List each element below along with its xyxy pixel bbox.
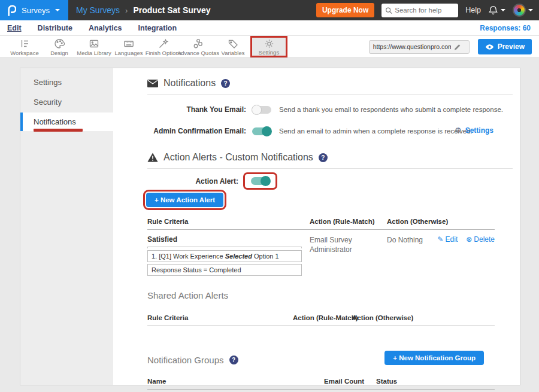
admin-confirmation-toggle[interactable] (252, 127, 271, 135)
criteria-group-title: Satisfied (147, 235, 310, 244)
help-search[interactable] (381, 4, 458, 17)
search-icon (385, 7, 392, 14)
action-rule-match-value: Email Survey Administrator (310, 235, 387, 276)
preview-button[interactable]: Preview (478, 39, 532, 54)
table-header: Rule Criteria Action (Rule-Match) Action… (147, 214, 495, 230)
breadcrumb: My Surveys › Product Sat Survey (76, 5, 211, 15)
table-row: Satisfied 1. [Q1] Work Experience Select… (147, 230, 495, 276)
shared-alerts-table-header: Rule Criteria Action (Rule-Match) Action… (147, 310, 495, 326)
magic-wand-icon (158, 38, 169, 49)
toolbar-item-finish-options[interactable]: Finish Options (146, 36, 181, 57)
notification-groups-title: Notification Groups (147, 355, 224, 365)
help-link[interactable]: Help (465, 6, 481, 14)
envelope-icon (147, 80, 158, 87)
breadcrumb-separator: › (125, 6, 128, 15)
toolbar-item-design[interactable]: Design (42, 36, 77, 57)
admin-confirmation-description: Send an email to admin when a complete r… (279, 127, 473, 135)
toolbar-item-media-library[interactable]: Media Library (77, 36, 111, 57)
criteria-item[interactable]: 1. [Q1] Work Experience Selected Option … (147, 250, 302, 262)
settings-sidebar: Settings Security Notifications (20, 68, 113, 385)
col-rule-criteria: Rule Criteria (147, 314, 293, 321)
notifications-title: Notifications (163, 78, 216, 89)
shared-alerts-title: Shared Action Alerts (147, 290, 513, 300)
criteria-item[interactable]: Response Status = Completed (147, 264, 302, 276)
toggle-knob (252, 105, 262, 115)
toggle-knob (261, 176, 271, 186)
toolbar-item-advance-quotas[interactable]: Advance Quotas (181, 36, 216, 57)
toolbar-item-settings[interactable]: Settings (250, 36, 287, 57)
action-alert-label: Action Alert: (147, 177, 238, 186)
workspace-icon (19, 38, 30, 49)
col-action-otherwise: Action (Otherwise) (387, 218, 442, 225)
groups-table-header: Name Email Count Status (147, 373, 495, 390)
tab-distribute[interactable]: Distribute (38, 24, 72, 32)
settings-card: Settings Security Notifications Notifica… (20, 68, 520, 385)
action-alert-toggle[interactable] (251, 177, 270, 185)
upgrade-now-button[interactable]: Upgrade Now (316, 3, 374, 17)
thank-you-email-row: Thank You Email: Send a thank you email … (147, 103, 513, 116)
admin-confirmation-row: Admin Confirmation Email: Send an email … (147, 124, 513, 138)
topbar-right: Upgrade Now Help (316, 3, 539, 17)
col-action-rule-match: Action (Rule-Match) (310, 218, 387, 225)
product-menu[interactable]: Surveys (0, 0, 68, 20)
tab-edit[interactable]: Edit (7, 24, 22, 32)
survey-url-input[interactable] (373, 43, 451, 50)
notifications-section-header: Notifications (147, 78, 513, 89)
keyboard-icon (123, 38, 134, 49)
new-notification-group-button[interactable]: + New Notification Group (384, 351, 484, 365)
eye-icon (485, 44, 494, 50)
tab-analytics[interactable]: Analytics (89, 24, 122, 32)
col-email-count: Email Count (324, 378, 361, 385)
image-icon (89, 38, 99, 49)
action-alert-row: Action Alert: (147, 172, 513, 190)
help-icon[interactable] (319, 153, 328, 162)
tag-icon (228, 38, 238, 49)
palette-icon (54, 38, 65, 49)
criteria-drop-strip (147, 247, 302, 248)
col-action-rule-match: Action (Rule-Match) (293, 314, 352, 321)
questionpro-logo-icon (6, 4, 16, 17)
delete-alert-link[interactable]: Delete (466, 235, 495, 276)
action-alerts-title: Action Alerts - Custom Notifications (163, 152, 313, 163)
chevron-down-icon (501, 9, 505, 11)
thank-you-email-label: Thank You Email: (147, 105, 246, 114)
sidebar-item-notifications[interactable]: Notifications (20, 113, 113, 131)
help-icon[interactable] (229, 355, 238, 364)
col-name: Name (147, 378, 324, 385)
sidebar-item-settings[interactable]: Settings (20, 73, 113, 92)
sidebar-item-security[interactable]: Security (20, 93, 113, 111)
edit-toolbar: Workspace Design Media Library Languages… (0, 36, 539, 58)
chevron-down-icon (528, 9, 533, 11)
thank-you-email-description: Send a thank you email to respondents wh… (279, 106, 503, 113)
help-icon[interactable] (221, 79, 230, 88)
thank-you-email-toggle[interactable] (252, 106, 271, 114)
avatar (513, 4, 526, 17)
surveys-menu-label: Surveys (22, 6, 50, 15)
survey-url-box (369, 40, 470, 54)
new-action-alert-row: + New Action Alert (143, 190, 513, 210)
notifications-bell-menu[interactable] (488, 5, 505, 16)
admin-email-settings-link[interactable]: ⚙ Settings (455, 126, 493, 135)
toolbar-item-workspace[interactable]: Workspace (7, 36, 42, 57)
bell-icon (488, 5, 498, 16)
gear-icon: ⚙ (455, 126, 462, 135)
edit-alert-link[interactable]: Edit (438, 235, 458, 276)
account-menu[interactable] (513, 4, 533, 17)
breadcrumb-my-surveys[interactable]: My Surveys (76, 5, 120, 15)
toolbar-item-languages[interactable]: Languages (111, 36, 146, 57)
search-input[interactable] (395, 7, 455, 14)
tab-integration[interactable]: Integration (138, 24, 177, 32)
warning-icon (147, 153, 158, 162)
action-alerts-table: Rule Criteria Action (Rule-Match) Action… (147, 214, 495, 276)
pencil-icon[interactable] (453, 43, 461, 51)
admin-confirmation-label: Admin Confirmation Email: (147, 127, 246, 135)
annotation-red-box (243, 172, 277, 190)
col-status: Status (376, 378, 427, 385)
divider (147, 168, 513, 169)
toolbar-item-variables[interactable]: Variables (216, 36, 250, 57)
new-action-alert-button[interactable]: + New Action Alert (146, 193, 223, 207)
col-rule-criteria: Rule Criteria (147, 218, 310, 225)
col-action-otherwise: Action (Otherwise) (352, 314, 495, 321)
responses-count[interactable]: Responses: 60 (480, 24, 531, 32)
breadcrumb-current-survey: Product Sat Survey (133, 5, 210, 15)
